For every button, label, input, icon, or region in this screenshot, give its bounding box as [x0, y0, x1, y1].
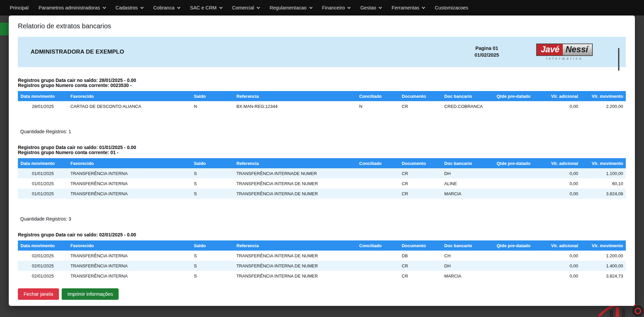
column-header: Favorecido [68, 91, 191, 101]
scrollbar-thumb[interactable] [618, 48, 619, 71]
nav-item-label: Cadastros [116, 5, 138, 10]
nav-item-gestao[interactable]: Gestao [355, 0, 387, 16]
cell-saldo: S [191, 168, 234, 178]
page-title: Relatorio de extratos bancarios [18, 22, 626, 30]
cell-qtde-pre-datado [494, 168, 538, 178]
column-header: Saldo [191, 240, 234, 251]
cell-referencia: TRANSFERÊNCIA INTERNA DE NUMER [234, 189, 356, 199]
nav-item-principal[interactable]: Principal [5, 0, 34, 16]
group-heading-line: Registros grupo Data cair no saldo: 02/0… [18, 232, 626, 237]
report-table: Data movimentoFavorecidoSaldoReferenciaC… [18, 240, 626, 281]
group-heading: Registros grupo Data cair no saldo: 28/0… [18, 78, 626, 88]
records-count: Quantidade Registros: 1 [20, 129, 626, 134]
page-number: Pagina 01 [474, 45, 499, 52]
cell-vlr-movimento: 3.824,08 [581, 189, 626, 199]
column-header: Documento [399, 240, 441, 251]
cell-qtde-pre-datado [494, 271, 538, 281]
cell-referencia: TRANSFERÊNCIA INTERNA DE NUMER [234, 251, 356, 261]
cell-documento: CR [399, 178, 441, 189]
nav-item-label: Parametros administradoras [39, 5, 100, 10]
page-info: Pagina 01 01/02/2025 [474, 45, 499, 58]
group-heading-line: Registros grupo Numero conta corrente: 0… [18, 150, 626, 155]
cell-referencia: TRANSFERÊNCIA INTERNA DE NUMER [234, 271, 356, 281]
column-header: Saldo [191, 91, 234, 101]
table-header-row: Data movimentoFavorecidoSaldoReferenciaC… [18, 240, 626, 251]
column-header: Data movimento [18, 91, 68, 101]
nav-item-ferramentas[interactable]: Ferramentas [387, 0, 430, 16]
cell-saldo: S [191, 261, 234, 271]
logo-wordmark: JavéNessí [536, 44, 593, 56]
company-logo: JavéNessí Informática [536, 44, 593, 60]
column-header: Conciliado [357, 91, 399, 101]
column-header: Vlr. movimento [581, 91, 626, 101]
cell-saldo: S [191, 251, 234, 261]
report-table: Data movimentoFavorecidoSaldoReferenciaC… [18, 158, 626, 199]
cell-vlr-adicional: 0,00 [538, 251, 581, 261]
chevron-down-icon [140, 5, 144, 9]
report-table: Data movimentoFavorecidoSaldoReferenciaC… [18, 91, 626, 111]
cell-referencia: BX.MAN-REG:12344 [234, 101, 356, 111]
nav-item-label: Financeiro [322, 5, 345, 10]
cell-saldo: S [191, 178, 234, 189]
report-date: 01/02/2025 [474, 52, 499, 59]
cell-referencia: TRANSFERÊNCIA INTERNA DE NUMER [234, 261, 356, 271]
column-header: Data movimento [18, 158, 68, 168]
column-header: Vlr. adicional [538, 158, 581, 168]
cell-doc-bancario: DH [441, 261, 494, 271]
company-name: ADMINISTRADORA DE EXEMPLO [31, 49, 124, 55]
column-header: Conciliado [357, 158, 399, 168]
nav-item-parametros-administradoras[interactable]: Parametros administradoras [34, 0, 111, 16]
nav-item-comercial[interactable]: Comercial [227, 0, 265, 16]
cell-qtde-pre-datado [494, 101, 538, 111]
cell-vlr-adicional: 0,00 [538, 101, 581, 111]
column-header: Referencia [234, 158, 356, 168]
cell-favorecido: CARTAO DE DESCONTO ALIANCA [68, 101, 191, 111]
cell-qtde-pre-datado [494, 178, 538, 189]
report-header-right: Pagina 01 01/02/2025 JavéNessí Informáti… [474, 44, 593, 60]
column-header: Doc bancario [441, 91, 494, 101]
column-header: Referencia [234, 240, 356, 251]
group-heading-line: Registros grupo Data cair no saldo: 01/0… [18, 145, 626, 150]
table-row: 02/01/2025 TRANSFERÊNCIA INTERNA S TRANS… [18, 261, 626, 271]
cell-conciliado [357, 271, 399, 281]
nav-item-label: Ferramentas [392, 5, 419, 10]
cell-saldo: N [191, 101, 234, 111]
cell-vlr-movimento: 1.200,00 [581, 251, 626, 261]
cell-data-movimento: 01/01/2025 [18, 168, 68, 178]
cell-data-movimento: 02/01/2025 [18, 271, 68, 281]
cell-vlr-adicional: 0,00 [538, 168, 581, 178]
cell-qtde-pre-datado [494, 189, 538, 199]
nav-item-label: Cobranca [153, 5, 175, 10]
cell-doc-bancario: DH [441, 168, 494, 178]
nav-item-sac-e-crm[interactable]: SAC e CRM [185, 0, 227, 16]
chevron-down-icon [257, 5, 260, 9]
cell-data-movimento: 01/01/2025 [18, 189, 68, 199]
nav-item-cadastros[interactable]: Cadastros [111, 0, 148, 16]
cell-saldo: S [191, 189, 234, 199]
table-header-row: Data movimentoFavorecidoSaldoReferenciaC… [18, 91, 626, 101]
cell-vlr-movimento: 60,10 [581, 178, 626, 189]
table-row: 01/01/2025 TRANSFERÊNCIA INTERNA S TRANS… [18, 178, 626, 189]
table-row: 02/01/2025 TRANSFERÊNCIA INTERNA S TRANS… [18, 271, 626, 281]
cell-conciliado [357, 251, 399, 261]
nav-item-customizacoes[interactable]: Customizacoes [430, 0, 473, 16]
nav-item-label: Gestao [360, 5, 376, 10]
cell-data-movimento: 28/01/2025 [18, 101, 68, 111]
nav-item-regulamentacao[interactable]: Regulamentacao [265, 0, 317, 16]
logo-text-nessi: Nessí [563, 44, 592, 55]
print-info-button[interactable]: Imprimir informações [62, 288, 119, 300]
cell-favorecido: TRANSFERÊNCIA INTERNA [68, 168, 191, 178]
close-window-button[interactable]: Fechar janela [18, 288, 59, 300]
cell-doc-bancario: CRED.COBRANCA [441, 101, 494, 111]
column-header: Data movimento [18, 240, 68, 251]
cell-vlr-adicional: 0,00 [538, 189, 581, 199]
group-heading-line: Registros grupo Data cair no saldo: 28/0… [18, 78, 626, 83]
nav-item-label: SAC e CRM [190, 5, 217, 10]
top-navigation: Principal Parametros administradoras Cad… [0, 0, 644, 16]
cell-vlr-movimento: 1.400,00 [581, 261, 626, 271]
column-header: Vlr. movimento [581, 158, 626, 168]
cell-doc-bancario: MARCIA [441, 271, 494, 281]
nav-item-cobranca[interactable]: Cobranca [148, 0, 185, 16]
nav-item-financeiro[interactable]: Financeiro [317, 0, 356, 16]
cell-data-movimento: 02/01/2025 [18, 251, 68, 261]
